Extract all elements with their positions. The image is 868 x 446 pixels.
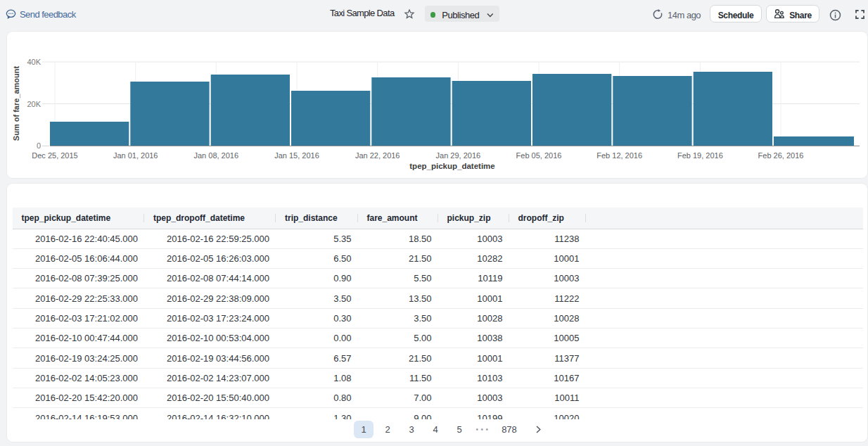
svg-text:Jan 15, 2016: Jan 15, 2016 [274,151,319,160]
svg-text:Jan 08, 2016: Jan 08, 2016 [193,151,238,160]
svg-text:Jan 29, 2016: Jan 29, 2016 [436,151,481,160]
svg-text:Jan 22, 2016: Jan 22, 2016 [355,151,400,160]
svg-text:20K: 20K [27,100,41,108]
svg-text:40K: 40K [27,58,41,66]
svg-text:Feb 19, 2016: Feb 19, 2016 [677,151,723,160]
svg-text:Sum of fare_amount: Sum of fare_amount [12,65,20,141]
svg-text:Feb 05, 2016: Feb 05, 2016 [516,151,562,160]
svg-text:tpep_pickup_datetime: tpep_pickup_datetime [409,162,494,170]
svg-text:Jan 01, 2016: Jan 01, 2016 [113,151,158,160]
svg-text:Feb 26, 2016: Feb 26, 2016 [758,151,804,160]
svg-text:Feb 12, 2016: Feb 12, 2016 [596,151,642,160]
svg-text:Dec 25, 2015: Dec 25, 2015 [32,151,77,160]
svg-text:0: 0 [37,141,41,150]
